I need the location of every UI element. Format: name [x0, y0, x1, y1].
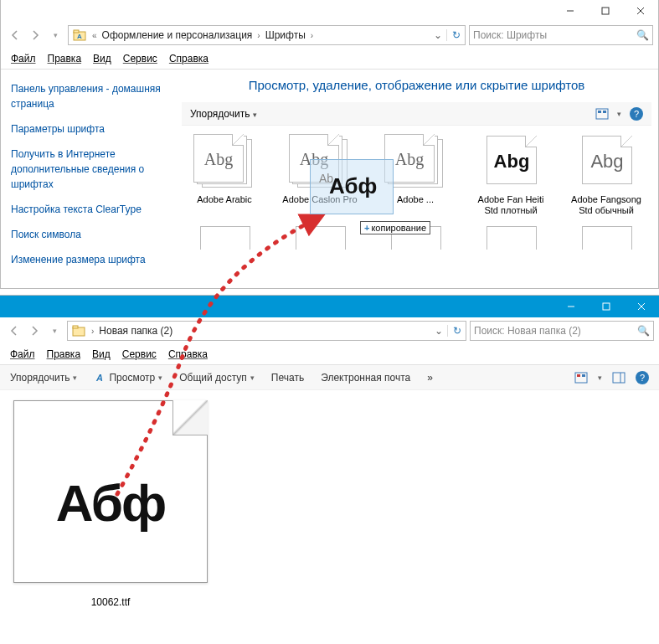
font-item[interactable]: Abg Adobe ... [378, 134, 453, 216]
address-bar[interactable]: › Новая папка (2) ⌄ ↻ [67, 321, 466, 341]
svg-rect-1 [602, 8, 609, 14]
file-item[interactable]: Абф 10062.ttf [10, 400, 211, 608]
breadcrumb-1[interactable]: Новая папка (2) [95, 325, 176, 337]
folder-window: ▾ › Новая папка (2) ⌄ ↻ Поиск: Новая пап… [0, 295, 659, 644]
svg-rect-18 [577, 374, 580, 377]
chevron-right-icon: › [309, 31, 315, 40]
svg-rect-8 [598, 111, 601, 113]
history-button[interactable]: ▾ [46, 26, 64, 44]
address-row: ▾ A « Оформление и персонализация › Шриф… [1, 22, 658, 49]
menu-help[interactable]: Справка [169, 53, 209, 64]
menu-tools[interactable]: Сервис [122, 348, 157, 360]
sidebar-link-online-fonts[interactable]: Получить в Интернете дополнительные свед… [11, 147, 165, 192]
folder-icon [71, 323, 86, 338]
font-item[interactable]: Abg Adobe Caslon Pro [282, 134, 358, 216]
search-placeholder: Поиск: Шрифты [473, 29, 547, 41]
address-dropdown[interactable]: ⌄ [430, 29, 446, 41]
organize-button[interactable]: Упорядочить▾ [190, 108, 257, 120]
font-item[interactable]: Abg Adobe Fan Heiti Std плотный [473, 134, 548, 216]
forward-button[interactable] [25, 322, 44, 340]
svg-rect-15 [73, 326, 78, 328]
breadcrumb-sep: « [90, 31, 99, 40]
font-item[interactable]: Abg Adobe Fangsong Std обычный [569, 134, 644, 216]
menu-file[interactable]: Файл [10, 348, 35, 360]
menu-view[interactable]: Вид [93, 53, 111, 64]
close-button[interactable] [623, 0, 658, 22]
font-label: Adobe ... [378, 194, 453, 205]
minimize-button[interactable] [553, 0, 588, 22]
search-icon: 🔍 [636, 29, 649, 41]
preview-pane-button[interactable] [612, 372, 626, 384]
font-preview-icon: A [94, 372, 106, 384]
print-button[interactable]: Печать [271, 372, 304, 384]
breadcrumb-2[interactable]: Шрифты [262, 29, 309, 41]
titlebar [1, 0, 658, 22]
search-icon: 🔍 [637, 325, 650, 337]
font-label: Adobe Fan Heiti Std плотный [473, 194, 548, 216]
address-dropdown[interactable]: ⌄ [430, 325, 447, 337]
svg-text:A: A [95, 373, 103, 383]
page-fold-icon [172, 400, 208, 435]
drag-tooltip: копирование [360, 221, 430, 234]
email-button[interactable]: Электронная почта [321, 372, 410, 384]
menu-help[interactable]: Справка [168, 348, 208, 360]
refresh-button[interactable]: ↻ [447, 325, 466, 337]
font-label: Adobe Arabic [187, 194, 262, 205]
menu-edit[interactable]: Правка [48, 53, 82, 64]
back-button[interactable] [6, 26, 24, 44]
menu-bar: Файл Правка Вид Сервис Справка [1, 49, 658, 69]
search-input[interactable]: Поиск: Шрифты 🔍 [469, 25, 653, 45]
menu-tools[interactable]: Сервис [123, 53, 157, 64]
maximize-button[interactable] [589, 296, 624, 317]
organize-button[interactable]: Упорядочить▾ [10, 372, 77, 384]
search-placeholder: Поиск: Новая папка (2) [474, 325, 581, 337]
svg-rect-20 [613, 373, 625, 383]
breadcrumb-1[interactable]: Оформление и персонализация [99, 29, 256, 41]
font-sample: Абф [56, 472, 166, 532]
sidebar-link-cleartype[interactable]: Настройка текста ClearType [11, 202, 165, 217]
back-button[interactable] [5, 322, 23, 340]
file-name: 10062.ttf [10, 596, 211, 608]
svg-rect-7 [596, 109, 608, 119]
svg-rect-9 [603, 111, 606, 113]
address-bar[interactable]: A « Оформление и персонализация › Шрифты… [68, 25, 466, 45]
fonts-folder-icon: A [72, 28, 87, 43]
refresh-button[interactable]: ↻ [446, 29, 465, 41]
content-area: Просмотр, удаление, отображение или скры… [175, 70, 658, 288]
view-dropdown[interactable]: ▾ [598, 374, 602, 382]
search-input[interactable]: Поиск: Новая папка (2) 🔍 [470, 321, 654, 341]
menu-file[interactable]: Файл [11, 53, 36, 64]
menu-edit[interactable]: Правка [47, 348, 81, 360]
font-label: Adobe Caslon Pro [282, 194, 358, 205]
minimize-button[interactable] [553, 296, 589, 317]
chevron-right-icon: › [90, 327, 95, 336]
address-row: ▾ › Новая папка (2) ⌄ ↻ Поиск: Новая пап… [0, 317, 659, 344]
close-button[interactable] [624, 296, 659, 317]
svg-rect-11 [603, 303, 610, 310]
history-button[interactable]: ▾ [45, 322, 64, 340]
sidebar-link-font-settings[interactable]: Параметры шрифта [11, 121, 165, 137]
command-bar: Упорядочить▾ A Просмотр▾ Общий доступ▾ П… [0, 365, 659, 390]
font-item[interactable]: Abg Adobe Arabic [187, 134, 262, 216]
forward-button[interactable] [26, 26, 44, 44]
svg-rect-19 [582, 374, 585, 377]
view-button[interactable] [574, 372, 588, 384]
page-heading: Просмотр, удаление, отображение или скры… [182, 78, 651, 92]
menu-bar: Файл Правка Вид Сервис Справка [0, 344, 659, 364]
help-button[interactable]: ? [636, 371, 649, 384]
share-button[interactable]: Общий доступ▾ [179, 372, 255, 384]
view-dropdown[interactable]: ▾ [617, 110, 621, 118]
svg-text:A: A [77, 33, 82, 40]
sidebar-link-home[interactable]: Панель управления - домашняя страница [11, 81, 165, 111]
menu-view[interactable]: Вид [92, 348, 111, 360]
fonts-window: ▾ A « Оформление и персонализация › Шриф… [0, 0, 659, 289]
file-area[interactable]: Абф 10062.ttf [0, 390, 659, 618]
help-button[interactable]: ? [630, 107, 643, 121]
view-button[interactable] [595, 108, 609, 120]
preview-button[interactable]: A Просмотр▾ [94, 372, 162, 384]
sidebar-link-font-size[interactable]: Изменение размера шрифта [11, 252, 165, 267]
maximize-button[interactable] [588, 0, 623, 22]
sidebar-link-charmap[interactable]: Поиск символа [11, 227, 165, 242]
titlebar [0, 296, 659, 317]
more-button[interactable]: » [427, 372, 433, 384]
